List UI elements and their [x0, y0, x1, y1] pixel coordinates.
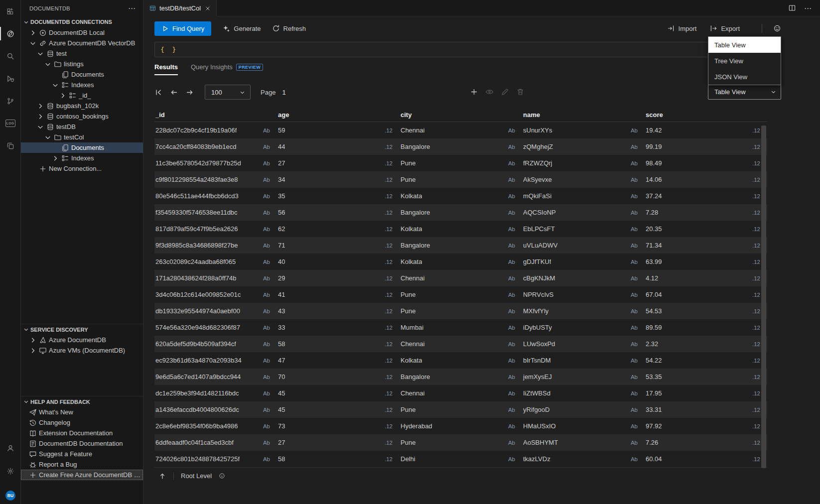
- tree-item-documentdb-documentation[interactable]: DocumentDB Documentation: [21, 438, 143, 449]
- section-header-help-and-feedback[interactable]: HELP AND FEEDBACK: [21, 396, 143, 407]
- table-row[interactable]: 817d879af59c47f9b5ea2626Ab62.12KolkataAb…: [154, 221, 767, 237]
- page-size-select[interactable]: 100: [205, 85, 251, 100]
- profile-badge[interactable]: BU: [4, 490, 16, 502]
- refresh-button[interactable]: Refresh: [272, 24, 306, 32]
- export-button[interactable]: Export: [709, 24, 740, 32]
- tree-item-azure-documentdb-vectordb[interactable]: Azure DocumentDB VectorDB: [21, 38, 143, 48]
- tree-item-documentdb-local[interactable]: DocumentDB Local: [21, 27, 143, 38]
- table-row[interactable]: c9f8012298554a2483fae3e8Ab34.12PuneAbAkS…: [154, 171, 767, 188]
- table-row[interactable]: 6ddfeaadf0c04f1ca5ed3cbfAb27.12PuneAbAoS…: [154, 434, 767, 451]
- table-row[interactable]: 228dc07c2b9c4cf19b19a06fAb59.12ChennaiAb…: [154, 122, 767, 138]
- activity-bar-item-settings[interactable]: [0, 460, 20, 482]
- query-input[interactable]: { }: [154, 42, 776, 57]
- number-type-icon: .12: [385, 407, 393, 413]
- column-header-id[interactable]: _id: [154, 111, 277, 119]
- tree-item-testdb[interactable]: testDB: [21, 122, 143, 132]
- section-header-documentdb-connections[interactable]: DOCUMENTDB CONNECTIONS: [21, 16, 143, 27]
- activity-bar-item-run-debug[interactable]: [0, 67, 20, 90]
- table-row[interactable]: 9f3d8985c8a34686898f27beAb71.12Bangalore…: [154, 237, 767, 253]
- table-row[interactable]: f35459330f5746538ee11dbcAb56.12Bangalore…: [154, 204, 767, 221]
- tab-testdb-testcol[interactable]: testDB/testCol: [143, 0, 217, 16]
- split-editor-icon[interactable]: [788, 4, 796, 12]
- column-header-age[interactable]: age: [277, 111, 400, 119]
- table-row[interactable]: 574e56a320e948d682306f87Ab33.12MumbaiAbi…: [154, 319, 767, 336]
- table-row[interactable]: a1436efaccdb4004800626dcAb45.12PuneAbyRi…: [154, 401, 767, 418]
- more-actions-icon[interactable]: ⋯: [128, 4, 136, 12]
- next-page-icon[interactable]: [185, 88, 194, 97]
- tree-item-create-free-azure-documentdb-cl[interactable]: Create Free Azure DocumentDB Cl...: [21, 470, 143, 480]
- view-mode-select[interactable]: Table View: [708, 84, 781, 100]
- editor-more-actions-icon[interactable]: ⋯: [804, 4, 812, 12]
- table-row[interactable]: 724026c801b248878425725fAb58.12DelhiAbtk…: [154, 451, 767, 467]
- tree-item-indexes[interactable]: Indexes: [21, 80, 143, 90]
- tree-item-azure-documentdb[interactable]: Azure DocumentDB: [21, 335, 143, 345]
- table-cell: 62.12: [277, 225, 400, 233]
- import-button[interactable]: Import: [667, 24, 697, 32]
- table-row[interactable]: ec923b61d63a4870a2093b34Ab47.12KolkataAb…: [154, 352, 767, 369]
- add-document-icon[interactable]: [470, 88, 478, 96]
- find-query-button[interactable]: Find Query: [154, 21, 211, 36]
- table-scrollbar[interactable]: [761, 126, 766, 468]
- tree-item-new-connection[interactable]: New Connection...: [21, 163, 143, 174]
- table-row[interactable]: 9e6d5a6c7ed1407a9bdcc944Ab70.12Bangalore…: [154, 369, 767, 385]
- view-option-table-view[interactable]: Table View: [708, 37, 781, 53]
- view-document-icon[interactable]: [485, 88, 494, 96]
- table-row[interactable]: db19332e95544974a0aebf00Ab43.12PuneAbMXf…: [154, 303, 767, 319]
- string-type-icon: Ab: [631, 440, 638, 446]
- tree-item-azure-vms-documentdb[interactable]: Azure VMs (DocumentDB): [21, 345, 143, 356]
- tree-item-documents[interactable]: Documents: [21, 69, 143, 80]
- first-page-icon[interactable]: [154, 88, 163, 97]
- column-header-score[interactable]: score: [645, 111, 767, 119]
- edit-document-icon[interactable]: [501, 88, 509, 96]
- table-row[interactable]: dc1e259be3f94d1482116bdcAb45.12ChennaiAb…: [154, 385, 767, 401]
- tree-item-test[interactable]: test: [21, 48, 143, 59]
- activity-bar-item-source-control[interactable]: [0, 90, 20, 112]
- table-row[interactable]: 7cc4ca20cff84083b9eb1ecdAb44.12Bangalore…: [154, 138, 767, 155]
- activity-bar-item-pages[interactable]: [0, 134, 20, 157]
- tree-item-report-a-bug[interactable]: Report a Bug: [21, 459, 143, 470]
- section-header-service-discovery[interactable]: SERVICE DISCOVERY: [21, 324, 143, 335]
- tree-item-listings[interactable]: listings: [21, 59, 143, 69]
- feedback-smiley-icon[interactable]: [773, 24, 781, 32]
- string-type-icon: Ab: [508, 308, 515, 314]
- table-row[interactable]: 80e546c511ae444fbcb6dcd3Ab35.12KolkataAb…: [154, 188, 767, 204]
- table-row[interactable]: 263c02089c24aadba68f065Ab40.12KolkataAbg…: [154, 253, 767, 270]
- tree-item-indexes[interactable]: Indexes: [21, 153, 143, 163]
- activity-bar-item-log[interactable]: LOG: [0, 112, 20, 134]
- delete-document-icon[interactable]: [516, 88, 525, 96]
- tree-item-id[interactable]: _id_: [21, 90, 143, 101]
- view-option-json-view[interactable]: JSON View: [708, 69, 781, 85]
- cell-value: 80e546c511ae444fbcb6dcd3: [155, 192, 239, 200]
- table-row[interactable]: 171a280438624f288a0ff74bAb29.12ChennaiAb…: [154, 270, 767, 286]
- column-header-city[interactable]: city: [400, 111, 522, 119]
- view-option-tree-view[interactable]: Tree View: [708, 53, 781, 69]
- generate-button[interactable]: Generate: [222, 24, 261, 32]
- close-tab-icon[interactable]: [204, 5, 211, 12]
- cell-value: EbLPCsFT: [523, 225, 555, 233]
- activity-bar-item-account[interactable]: [0, 437, 20, 459]
- table-row[interactable]: 3d4c06b12c614e009852e01cAb41.12PuneAbNPR…: [154, 286, 767, 303]
- tab-query-insights[interactable]: Query Insights PREVIEW: [191, 63, 263, 75]
- tree-item-extension-documentation[interactable]: Extension Documentation: [21, 428, 143, 438]
- tree-item-documents[interactable]: Documents: [21, 142, 143, 153]
- tree-item-what-s-new[interactable]: What's New: [21, 407, 143, 417]
- tree-item-contoso-bookings[interactable]: contoso_bookings: [21, 111, 143, 122]
- level-up-icon[interactable]: [158, 472, 166, 480]
- activity-bar-item-search[interactable]: [0, 45, 20, 67]
- previous-page-icon[interactable]: [170, 88, 178, 97]
- tree-item-bugbash-102k[interactable]: bugbash_102k: [21, 101, 143, 111]
- tree-item-testcol[interactable]: testCol: [21, 132, 143, 142]
- tab-results[interactable]: Results: [154, 63, 178, 75]
- activity-bar-item-documentdb[interactable]: [0, 22, 20, 45]
- info-icon[interactable]: [219, 473, 225, 479]
- string-type-icon: Ab: [263, 440, 270, 446]
- table-row[interactable]: 11c3be65780542d79877b25dAb27.12PuneAbfRZ…: [154, 155, 767, 171]
- tree-item-changelog[interactable]: Changelog: [21, 417, 143, 428]
- column-header-name[interactable]: name: [522, 111, 645, 119]
- tree-item-suggest-a-feature[interactable]: Suggest a Feature: [21, 449, 143, 459]
- table-cell: 11c3be65780542d79877b25dAb: [154, 159, 277, 167]
- table-cell: PuneAb: [400, 291, 522, 298]
- activity-bar-item-extensions[interactable]: [0, 0, 20, 22]
- table-row[interactable]: 2c8e6ebf98354f06b9ba4986Ab73.12Hyderabad…: [154, 418, 767, 434]
- table-row[interactable]: 620a5def5d9b4b509af394cfAb58.12ChennaiAb…: [154, 336, 767, 352]
